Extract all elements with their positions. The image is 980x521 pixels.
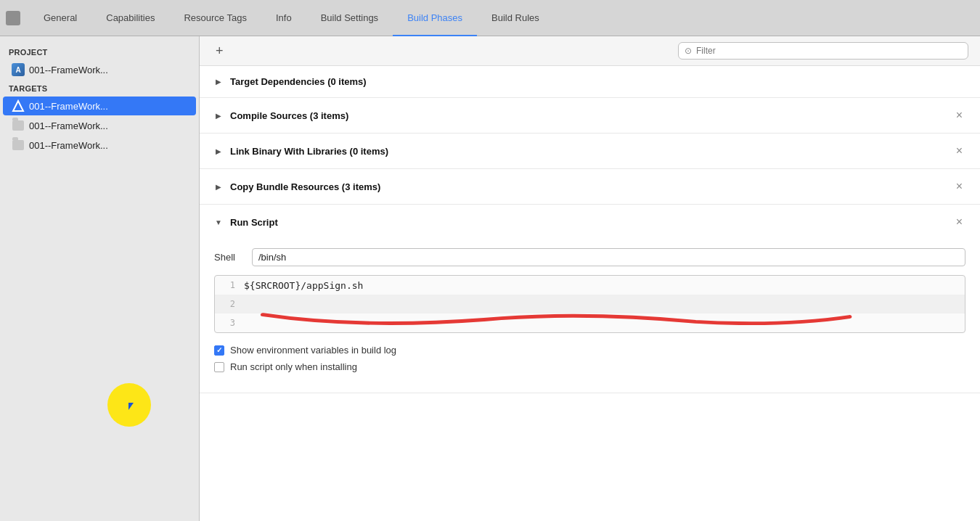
phase-arrow-link-binary: ▶ — [214, 147, 223, 155]
phase-arrow-copy-bundle: ▶ — [214, 182, 223, 191]
script-editor[interactable]: 1${SRCROOT}/appSign.sh23 — [214, 275, 965, 333]
checkbox-label-1: Run script only when installing — [230, 361, 357, 372]
checkbox-1[interactable] — [214, 362, 224, 372]
phase-arrow-run-script: ▼ — [214, 218, 223, 226]
phase-section-compile-sources: ▶Compile Sources (3 items)× — [200, 98, 980, 134]
project-icon: A — [12, 63, 25, 76]
folder-icon — [12, 139, 25, 152]
phase-header-target-dependencies[interactable]: ▶Target Dependencies (0 items) — [200, 66, 980, 97]
phase-header-compile-sources[interactable]: ▶Compile Sources (3 items)× — [200, 98, 980, 133]
content-toolbar: + ⊙ — [200, 36, 980, 66]
tab-capabilities[interactable]: Capabilities — [91, 1, 169, 36]
project-section-label: PROJECT — [0, 44, 199, 60]
phase-title-run-script: Run Script — [230, 217, 953, 228]
phase-close-compile-sources[interactable]: × — [953, 108, 965, 123]
tab-build-rules[interactable]: Build Rules — [477, 1, 554, 36]
sidebar-target-1[interactable]: 001--FrameWork... — [3, 116, 196, 135]
sidebar-target-label-2: 001--FrameWork... — [29, 140, 108, 151]
phase-close-link-binary[interactable]: × — [953, 144, 965, 158]
phase-title-target-dependencies: Target Dependencies (0 items) — [230, 76, 965, 87]
phase-close-run-script[interactable]: × — [953, 215, 965, 229]
code-line-3: 3 — [215, 313, 965, 332]
phase-header-run-script[interactable]: ▼Run Script× — [200, 205, 980, 239]
content-area: + ⊙ ▶Target Dependencies (0 items)▶Compi… — [200, 36, 980, 521]
tab-bar: GeneralCapabilitiesResource TagsInfoBuil… — [0, 0, 980, 36]
phase-section-link-binary: ▶Link Binary With Libraries (0 items)× — [200, 134, 980, 169]
tab-build-settings[interactable]: Build Settings — [306, 1, 393, 36]
phases-content: ▶Target Dependencies (0 items)▶Compile S… — [200, 66, 980, 393]
sidebar-target-label-1: 001--FrameWork... — [29, 120, 108, 131]
shell-input[interactable] — [252, 248, 965, 266]
shell-row: Shell — [214, 248, 965, 266]
phase-section-target-dependencies: ▶Target Dependencies (0 items) — [200, 66, 980, 98]
phase-section-run-script: ▼Run Script×Shell1${SRCROOT}/appSign.sh2… — [200, 205, 980, 393]
phase-arrow-compile-sources: ▶ — [214, 111, 223, 120]
target-icon — [12, 99, 25, 112]
tab-general[interactable]: General — [29, 1, 91, 36]
sidebar-target-label-0: 001--FrameWork... — [29, 101, 108, 112]
folder-icon — [12, 119, 25, 132]
phase-title-compile-sources: Compile Sources (3 items) — [230, 110, 953, 121]
sidebar-item-project[interactable]: A 001--FrameWork... — [3, 60, 196, 79]
phase-header-copy-bundle[interactable]: ▶Copy Bundle Resources (3 items)× — [200, 169, 980, 204]
checkbox-row-1[interactable]: Run script only when installing — [214, 361, 965, 372]
checkbox-row-0[interactable]: Show environment variables in build log — [214, 345, 965, 356]
line-content-1: ${SRCROOT}/appSign.sh — [244, 278, 363, 293]
sidebar-target-2[interactable]: 001--FrameWork... — [3, 136, 196, 155]
line-number-3: 3 — [215, 318, 244, 328]
phase-title-link-binary: Link Binary With Libraries (0 items) — [230, 146, 953, 157]
tab-info[interactable]: Info — [261, 1, 306, 36]
xcode-icon — [6, 11, 20, 25]
filter-box: ⊙ — [678, 42, 968, 60]
code-line-2: 2 — [215, 295, 965, 313]
phase-close-copy-bundle[interactable]: × — [953, 179, 965, 194]
phase-body-run-script: Shell1${SRCROOT}/appSign.sh23Show enviro… — [200, 239, 980, 393]
sidebar-item-project-label: 001--FrameWork... — [29, 65, 108, 75]
add-phase-button[interactable]: + — [211, 43, 228, 59]
code-line-1: 1${SRCROOT}/appSign.sh — [215, 276, 965, 295]
line-number-2: 2 — [215, 299, 244, 309]
phase-section-copy-bundle: ▶Copy Bundle Resources (3 items)× — [200, 169, 980, 205]
filter-input[interactable] — [696, 46, 962, 56]
shell-label: Shell — [214, 252, 243, 263]
tab-resource-tags[interactable]: Resource Tags — [169, 1, 261, 36]
targets-section-label: TARGETS — [0, 80, 199, 96]
phase-arrow-target-dependencies: ▶ — [214, 78, 223, 86]
sidebar-target-0[interactable]: 001--FrameWork... — [3, 97, 196, 115]
line-number-1: 1 — [215, 280, 244, 290]
tab-build-phases[interactable]: Build Phases — [393, 1, 477, 36]
checkbox-0[interactable] — [214, 345, 224, 356]
phase-header-link-binary[interactable]: ▶Link Binary With Libraries (0 items)× — [200, 134, 980, 168]
phase-title-copy-bundle: Copy Bundle Resources (3 items) — [230, 181, 953, 192]
svg-marker-0 — [13, 101, 23, 111]
main-layout: PROJECT A 001--FrameWork... TARGETS 001-… — [0, 36, 980, 521]
checkbox-label-0: Show environment variables in build log — [230, 345, 396, 356]
sidebar: PROJECT A 001--FrameWork... TARGETS 001-… — [0, 36, 200, 521]
filter-icon: ⊙ — [685, 46, 692, 56]
